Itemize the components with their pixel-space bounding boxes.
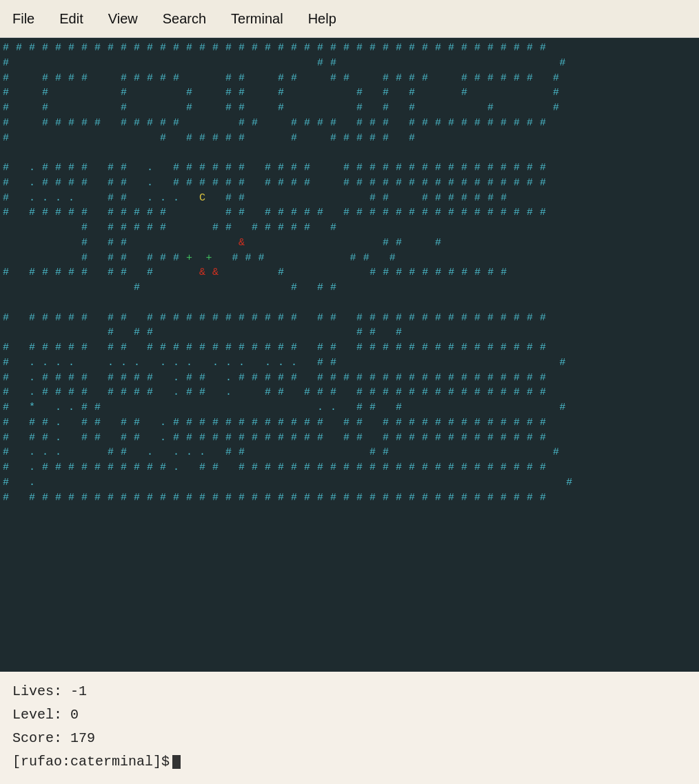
cursor-block [172,755,181,769]
menu-bar: File Edit View Search Terminal Help [0,0,699,38]
menu-view[interactable]: View [103,8,143,30]
lives-display: Lives: -1 [12,680,687,703]
menu-file[interactable]: File [7,8,40,30]
status-bar: Lives: -1 Level: 0 Score: 179 [rufao:cat… [0,672,699,774]
prompt-line: [rufao:caterminal]$ [12,750,687,774]
terminal-display: # # # # # # # # # # # # # # # # # # # # … [0,38,699,672]
menu-edit[interactable]: Edit [54,8,88,30]
menu-terminal[interactable]: Terminal [225,8,289,30]
level-display: Level: 0 [12,703,687,727]
terminal-content: # # # # # # # # # # # # # # # # # # # # … [3,41,696,505]
prompt-text: [rufao:caterminal]$ [12,750,170,774]
menu-help[interactable]: Help [303,8,342,30]
menu-search[interactable]: Search [157,8,212,30]
score-display: Score: 179 [12,727,687,750]
